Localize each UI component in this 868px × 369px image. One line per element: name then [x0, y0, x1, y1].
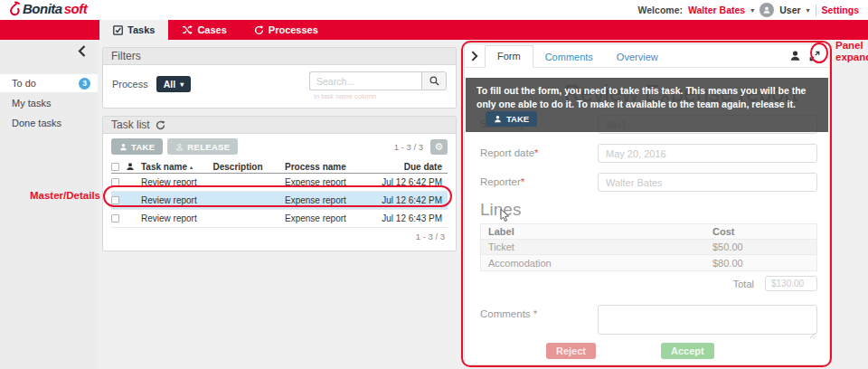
assignee-person-icon[interactable]	[789, 50, 801, 62]
report-date-field-row: Report date*	[480, 144, 817, 163]
task-row[interactable]: Review report Expense report Jul 12 6:43…	[111, 210, 448, 228]
select-all-checkbox[interactable]	[111, 163, 119, 171]
lines-col-cost: Cost	[712, 226, 816, 237]
user-menu[interactable]: User	[779, 5, 800, 15]
settings-link[interactable]: Settings	[822, 5, 859, 15]
sidebar-item-my-tasks[interactable]: My tasks	[0, 94, 98, 112]
reject-button[interactable]: Reject	[546, 343, 596, 359]
row-checkbox[interactable]	[111, 178, 119, 186]
sort-asc-icon: ▴	[190, 164, 193, 170]
table-settings-button[interactable]: ⚙	[430, 139, 448, 155]
task-table-header: Task name▴ Description Process name Due …	[111, 160, 448, 174]
accept-button[interactable]: Accept	[661, 343, 714, 359]
annotation-panel-expand: Panel expand	[835, 40, 868, 63]
lines-row[interactable]: Accomodation $80.00	[481, 255, 816, 270]
logo-text-bonita: Bonita	[23, 1, 62, 16]
process-filter-dropdown[interactable]: All▾	[156, 76, 191, 92]
avatar-person-icon	[762, 5, 771, 14]
sidebar-item-done-tasks[interactable]: Done tasks	[0, 114, 98, 132]
gear-icon: ⚙	[435, 141, 444, 152]
user-name-caret-icon[interactable]: ▾	[750, 6, 754, 14]
filters-panel-body: Process All▾ In task name column	[103, 65, 456, 108]
tab-comments[interactable]: Comments	[533, 47, 605, 68]
total-label: Total	[733, 279, 754, 289]
report-date-input[interactable]	[598, 144, 817, 163]
filters-panel: Filters Process All▾ In task name column	[102, 47, 457, 109]
sidebar-item-label: Done tasks	[12, 118, 61, 128]
tab-overview[interactable]: Overview	[605, 47, 670, 68]
task-list-toolbar: TAKE RELEASE 1 - 3 / 3 ⚙	[111, 138, 448, 155]
lines-row[interactable]: Ticket $50.00	[481, 240, 816, 255]
banner-take-button[interactable]: TAKE	[486, 111, 537, 127]
task-list-title: Task list	[111, 118, 150, 131]
take-button[interactable]: TAKE	[111, 138, 163, 155]
person-icon	[494, 115, 502, 123]
avatar[interactable]	[760, 3, 774, 17]
lines-col-label: Label	[481, 226, 712, 237]
search-input[interactable]	[309, 71, 421, 90]
processes-cycle-icon	[254, 25, 264, 35]
panel-expand-icon[interactable]	[809, 51, 820, 62]
details-panel: Form Comments Overview Review Expense re…	[464, 43, 830, 365]
task-row[interactable]: Review report Expense report Jul 12 6:42…	[111, 174, 448, 192]
refresh-icon[interactable]	[156, 120, 165, 130]
dropdown-caret-icon: ▾	[180, 80, 184, 89]
cases-shuffle-icon	[182, 25, 193, 34]
sidebar-collapse-chevron-icon[interactable]	[78, 45, 86, 57]
task-row-selected[interactable]: Review report Expense report Jul 12 6:42…	[111, 192, 448, 210]
logo-text-soft: soft	[64, 1, 88, 16]
comments-textarea[interactable]	[598, 305, 817, 335]
release-button[interactable]: RELEASE	[167, 138, 238, 155]
user-name-link[interactable]: Walter Bates	[688, 5, 745, 15]
column-process-name[interactable]: Process name	[278, 162, 363, 172]
welcome-label: Welcome:	[638, 5, 683, 15]
filters-title: Filters	[111, 50, 141, 62]
header-user-area: Welcome: Walter Bates ▾ User ▾ Settings	[638, 0, 859, 20]
total-input[interactable]	[765, 276, 817, 291]
tab-processes[interactable]: Processes	[241, 20, 332, 40]
required-asterisk: *	[521, 176, 524, 187]
lines-table: Label Cost Ticket $50.00 Accomodation $8…	[480, 223, 817, 271]
task-list-header: Task list	[103, 117, 456, 134]
sidebar: To do 3 My tasks Done tasks	[0, 40, 98, 369]
tab-form[interactable]: Form	[485, 45, 533, 68]
main-nav: Tasks Cases Processes	[0, 20, 868, 40]
row-checkbox[interactable]	[111, 214, 119, 222]
bonita-portal-screen: Bonitasoft Welcome: Walter Bates ▾ User …	[0, 0, 868, 369]
take-task-banner: To fill out the form, you need to take t…	[466, 78, 828, 132]
top-header: Bonitasoft Welcome: Walter Bates ▾ User …	[0, 0, 868, 20]
tasks-check-icon	[113, 25, 123, 35]
required-asterisk: *	[534, 147, 538, 158]
pagination-top: 1 - 3 / 3	[394, 142, 423, 152]
lines-table-header: Label Cost	[481, 224, 816, 240]
comments-row: Comments *	[480, 305, 817, 335]
sidebar-menu: To do 3 My tasks Done tasks	[0, 74, 98, 134]
report-date-label: Report date*	[480, 144, 598, 163]
sidebar-item-todo[interactable]: To do 3	[0, 74, 98, 92]
tab-cases[interactable]: Cases	[168, 20, 240, 40]
task-list-panel: Task list TAKE RELEASE 1 - 3 / 3 ⚙	[102, 116, 457, 251]
column-description[interactable]: Description	[197, 162, 278, 172]
textarea-resize-grip[interactable]	[809, 332, 816, 339]
column-task-name[interactable]: Task name▴	[140, 162, 197, 172]
panel-collapse-chevron-icon[interactable]	[471, 51, 478, 62]
task-table: Task name▴ Description Process name Due …	[111, 160, 448, 228]
process-label: Process	[112, 79, 148, 90]
tab-tasks[interactable]: Tasks	[99, 20, 168, 40]
lines-heading: Lines	[480, 200, 521, 220]
details-panel-icons	[789, 50, 820, 62]
bonitasoft-logo-icon	[7, 1, 21, 16]
search-button[interactable]	[421, 71, 447, 90]
pagination-bottom: 1 - 3 / 3	[416, 232, 445, 241]
column-due-date[interactable]: Due date	[363, 162, 448, 172]
reporter-input[interactable]	[598, 173, 817, 192]
reporter-field-row: Reporter*	[480, 173, 817, 192]
process-filter: Process All▾	[112, 76, 191, 92]
comments-label: Comments *	[480, 305, 598, 335]
person-outline-icon	[175, 143, 184, 151]
user-menu-caret-icon[interactable]: ▾	[807, 6, 810, 14]
bonitasoft-logo: Bonitasoft	[7, 1, 87, 16]
row-checkbox[interactable]	[111, 196, 119, 204]
assignee-column-icon	[126, 162, 140, 171]
header-divider	[816, 5, 816, 16]
